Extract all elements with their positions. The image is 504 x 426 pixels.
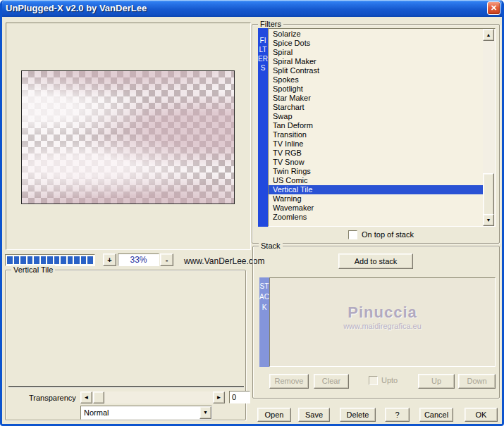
progress-segment <box>81 256 87 264</box>
transparency-value-field[interactable]: 0 <box>229 391 250 403</box>
progress-bar <box>5 254 95 266</box>
filters-list: SolarizeSpice DotsSpiralSpiral MakerSpli… <box>269 29 483 226</box>
slider-thumb[interactable] <box>93 391 104 403</box>
list-item[interactable]: Spokes <box>269 75 483 84</box>
progress-segment <box>68 256 73 264</box>
list-item[interactable]: Spotlight <box>269 84 483 94</box>
list-item[interactable]: Twin Rings <box>269 167 483 176</box>
blend-mode-dropdown[interactable]: Normal ▼ <box>80 406 212 420</box>
upto-checkbox[interactable] <box>369 376 378 385</box>
dialog-client-area: + 33% - www.VanDerLee.com Vertical Tile … <box>2 17 502 424</box>
list-item[interactable]: Swap <box>269 112 483 121</box>
progress-segment <box>54 256 60 264</box>
list-item[interactable]: TV Inline <box>269 139 483 149</box>
cancel-button[interactable]: Cancel <box>419 408 453 422</box>
transparency-label: Transparency <box>29 394 76 402</box>
list-item[interactable]: Solarize <box>269 30 483 39</box>
open-button[interactable]: Open <box>257 408 291 422</box>
close-button[interactable]: ✕ <box>487 1 500 15</box>
list-item[interactable]: Spice Dots <box>269 39 483 48</box>
window-title: UnPlugged-X v2.0 by VanDerLee <box>6 3 147 13</box>
watermark-title: Pinuccia <box>270 303 495 322</box>
progress-segment <box>87 256 93 264</box>
filter-settings-group-label: Vertical Tile <box>11 265 55 275</box>
progress-segment <box>34 256 39 264</box>
watermark-url: www.maidiregrafica.eu <box>270 322 495 330</box>
delete-button[interactable]: Delete <box>340 408 376 422</box>
list-item[interactable]: Transition <box>269 130 483 139</box>
dropdown-arrow-icon[interactable]: ▼ <box>199 406 211 419</box>
slider-right-arrow-icon[interactable]: ► <box>213 391 225 403</box>
save-button[interactable]: Save <box>298 408 330 422</box>
filters-vertical-banner: FILTERS <box>258 28 268 227</box>
transparency-slider[interactable]: ◄ ► <box>80 391 225 403</box>
progress-segment <box>7 256 13 264</box>
add-to-stack-button[interactable]: Add to stack <box>338 253 413 269</box>
blend-mode-value: Normal <box>84 408 109 418</box>
ok-button[interactable]: OK <box>465 408 498 422</box>
preview-image[interactable] <box>21 70 235 204</box>
list-item[interactable]: Star Maker <box>269 94 483 103</box>
slider-left-arrow-icon[interactable]: ◄ <box>80 391 92 403</box>
list-item[interactable]: TV Snow <box>269 158 483 167</box>
list-item[interactable]: Zoomlens <box>269 213 483 222</box>
scrollbar-thumb[interactable] <box>483 173 494 215</box>
up-button[interactable]: Up <box>418 374 455 389</box>
zoom-in-button[interactable]: + <box>103 253 116 266</box>
progress-segment <box>14 256 20 264</box>
help-button[interactable]: ? <box>385 408 410 422</box>
zoom-level-value: 33% <box>118 253 159 266</box>
list-item[interactable]: US Comic <box>269 176 483 185</box>
stack-vertical-banner: STACK <box>259 277 269 367</box>
list-item[interactable]: Spiral Maker <box>269 57 483 66</box>
title-bar[interactable]: UnPlugged-X v2.0 by VanDerLee ✕ <box>0 0 504 17</box>
progress-segment <box>47 256 53 264</box>
filters-listbox: SolarizeSpice DotsSpiralSpiral MakerSpli… <box>268 28 496 227</box>
progress-segment <box>27 256 33 264</box>
progress-segment <box>41 256 47 264</box>
list-item[interactable]: Vertical Tile <box>269 185 483 194</box>
list-item[interactable]: Split Contrast <box>269 66 483 75</box>
on-top-of-stack-checkbox[interactable] <box>348 230 357 239</box>
stack-list-area[interactable]: Pinuccia www.maidiregrafica.eu <box>269 277 496 367</box>
zoom-out-button[interactable]: - <box>160 253 173 266</box>
progress-segment <box>74 256 80 264</box>
settings-divider <box>8 386 244 387</box>
list-item[interactable]: Tan Deform <box>269 121 483 130</box>
down-button[interactable]: Down <box>458 374 496 389</box>
progress-segment <box>20 256 26 264</box>
list-item[interactable]: Warning <box>269 194 483 203</box>
upto-label: Upto <box>381 376 398 384</box>
on-top-of-stack-label: On top of stack <box>362 230 414 239</box>
close-icon: ✕ <box>491 4 497 12</box>
remove-button[interactable]: Remove <box>269 374 309 389</box>
filters-scrollbar[interactable]: ▲ ▼ <box>483 29 495 226</box>
scroll-down-arrow-icon[interactable]: ▼ <box>483 214 494 226</box>
list-item[interactable]: Starchart <box>269 103 483 112</box>
clear-button[interactable]: Clear <box>314 374 349 389</box>
preview-panel <box>6 23 251 250</box>
list-item[interactable]: Wavemaker <box>269 203 483 213</box>
list-item[interactable]: TV RGB <box>269 149 483 158</box>
plugin-dialog: UnPlugged-X v2.0 by VanDerLee ✕ + 33% - … <box>0 0 504 426</box>
scroll-up-arrow-icon[interactable]: ▲ <box>483 29 494 41</box>
stack-group-label: Stack <box>259 242 283 251</box>
progress-segment <box>61 256 66 264</box>
list-item[interactable]: Spiral <box>269 48 483 57</box>
